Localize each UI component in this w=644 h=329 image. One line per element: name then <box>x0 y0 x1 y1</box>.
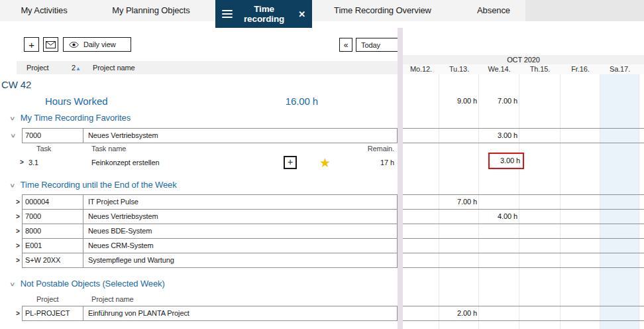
project-row[interactable]: > E001 Neues CRM-System <box>0 238 398 253</box>
chevron-down-icon[interactable]: > <box>9 283 16 287</box>
chevron-right-icon[interactable]: > <box>16 194 20 210</box>
project-day-row[interactable] <box>403 224 644 239</box>
day-cell[interactable] <box>519 195 561 209</box>
chevron-right-icon[interactable]: > <box>16 238 20 253</box>
day-cell[interactable] <box>600 224 639 238</box>
pane-splitter[interactable] <box>398 28 403 329</box>
task-row[interactable]: > 3.1 Feinkonzept erstellen + ★ 17 h <box>0 155 398 170</box>
task-hours-input-highlighted[interactable]: 3.00 h <box>488 153 524 169</box>
day-cell[interactable] <box>439 129 479 143</box>
day-cell[interactable] <box>403 224 439 238</box>
project-code-cell[interactable]: E001 <box>22 238 83 253</box>
day-cell[interactable] <box>439 239 479 253</box>
day-cell[interactable] <box>600 195 639 209</box>
day-cell[interactable]: 4.00 h <box>479 210 519 224</box>
project-row[interactable]: > 000004 IT Project Pulse <box>0 194 398 210</box>
day-cell[interactable] <box>519 129 561 143</box>
day-cell[interactable] <box>561 239 600 253</box>
project-name-cell[interactable]: Neues CRM-System <box>83 238 398 253</box>
project-day-row[interactable]: 7.00 h <box>403 194 644 210</box>
day-cell[interactable] <box>479 253 519 267</box>
day-cell[interactable] <box>600 210 639 224</box>
project-name-cell[interactable]: Neues BDE-System <box>83 224 398 239</box>
chevron-right-icon[interactable]: > <box>16 306 20 321</box>
day-cell[interactable]: 7.00 h <box>439 195 479 209</box>
day-cell[interactable] <box>519 306 561 320</box>
add-button[interactable]: + <box>24 37 39 52</box>
project-name-cell[interactable]: Systempflege und Wartung <box>83 253 398 268</box>
chevron-right-icon[interactable]: > <box>16 224 20 239</box>
day-cell[interactable] <box>403 239 439 253</box>
project-column-header[interactable]: Project <box>27 61 49 74</box>
day-cell[interactable] <box>561 253 600 267</box>
day-cell[interactable] <box>600 129 639 143</box>
day-cell[interactable] <box>561 210 600 224</box>
project-code-cell[interactable]: 7000 <box>22 128 83 143</box>
day-cell[interactable] <box>439 224 479 238</box>
tab-my-activities[interactable]: My Activities <box>0 0 88 21</box>
tab-time-recording-active[interactable]: Time recording ✕ <box>215 0 312 28</box>
project-row[interactable]: > PL-PROJECT Einführung von PLANTA Proje… <box>0 306 398 321</box>
add-booking-button[interactable]: + <box>284 156 297 169</box>
day-cell[interactable] <box>479 306 519 320</box>
day-cell[interactable] <box>403 129 439 143</box>
chevron-down-icon[interactable]: > <box>9 117 16 121</box>
chevron-right-icon[interactable]: > <box>16 253 20 268</box>
project-code-cell[interactable]: PL-PROJECT <box>22 306 83 321</box>
project-name-column-header[interactable]: Project name <box>93 61 135 74</box>
chevron-right-icon[interactable]: > <box>16 209 20 224</box>
project-code-cell[interactable]: 8000 <box>22 224 83 239</box>
project-row[interactable]: > 8000 Neues BDE-System <box>0 224 398 239</box>
day-cell[interactable] <box>561 129 600 143</box>
day-cell[interactable] <box>403 253 439 267</box>
day-cell[interactable]: 2.00 h <box>439 306 479 320</box>
day-cell[interactable] <box>519 253 561 267</box>
day-cell[interactable] <box>403 210 439 224</box>
day-cell[interactable]: 3.00 h <box>479 129 519 143</box>
project-code-cell[interactable]: 7000 <box>22 209 83 224</box>
day-cell[interactable] <box>479 224 519 238</box>
day-cell[interactable] <box>403 306 439 320</box>
project-row[interactable]: > S+W 20XX Systempflege und Wartung <box>0 253 398 268</box>
today-button[interactable]: Today <box>356 38 398 52</box>
favorite-project-row[interactable]: > 7000 Neues Vertriebsystem <box>0 128 398 143</box>
day-cell[interactable] <box>600 239 639 253</box>
favorite-project-day-row[interactable]: 3.00 h <box>403 128 644 143</box>
day-cell[interactable] <box>519 210 561 224</box>
day-cell[interactable] <box>519 239 561 253</box>
project-code-cell[interactable]: S+W 20XX <box>22 253 83 268</box>
day-cell[interactable] <box>479 195 519 209</box>
chevron-right-icon[interactable]: > <box>20 155 24 170</box>
project-day-row[interactable]: 2.00 h <box>403 306 644 321</box>
tab-my-planning-objects[interactable]: My Planning Objects <box>88 0 214 21</box>
project-row[interactable]: > 7000 Neues Vertriebsystem <box>0 209 398 224</box>
close-tab-icon[interactable]: ✕ <box>298 9 305 19</box>
hamburger-menu-icon[interactable] <box>222 10 233 18</box>
project-name-cell[interactable]: Neues Vertriebsystem <box>83 128 398 143</box>
tab-time-recording-overview[interactable]: Time Recording Overview <box>318 0 447 21</box>
day-cell[interactable] <box>439 253 479 267</box>
project-name-cell[interactable]: Neues Vertriebsystem <box>83 209 398 224</box>
project-day-row[interactable] <box>403 253 644 268</box>
project-name-cell[interactable]: IT Project Pulse <box>83 194 398 210</box>
day-cell[interactable] <box>561 224 600 238</box>
chevron-down-icon[interactable]: > <box>5 134 21 138</box>
daily-view-button[interactable]: Daily view <box>63 37 131 52</box>
day-cell[interactable] <box>479 239 519 253</box>
day-cell[interactable] <box>519 224 561 238</box>
message-button[interactable] <box>43 37 58 52</box>
sort-indicator[interactable]: 2▲ <box>72 61 81 76</box>
tab-absence[interactable]: Absence <box>457 0 530 21</box>
day-cell[interactable] <box>561 306 600 320</box>
week-back-button[interactable]: « <box>339 38 352 52</box>
day-cell[interactable] <box>439 210 479 224</box>
day-cell[interactable] <box>600 253 639 267</box>
project-name-cell[interactable]: Einführung von PLANTA Project <box>83 306 398 321</box>
chevron-down-icon[interactable]: > <box>9 184 16 188</box>
project-day-row[interactable]: 4.00 h <box>403 209 644 224</box>
project-code-cell[interactable]: 000004 <box>22 194 83 210</box>
day-cell[interactable] <box>403 195 439 209</box>
project-day-row[interactable] <box>403 238 644 253</box>
day-cell[interactable] <box>561 195 600 209</box>
day-cell[interactable] <box>600 306 639 320</box>
